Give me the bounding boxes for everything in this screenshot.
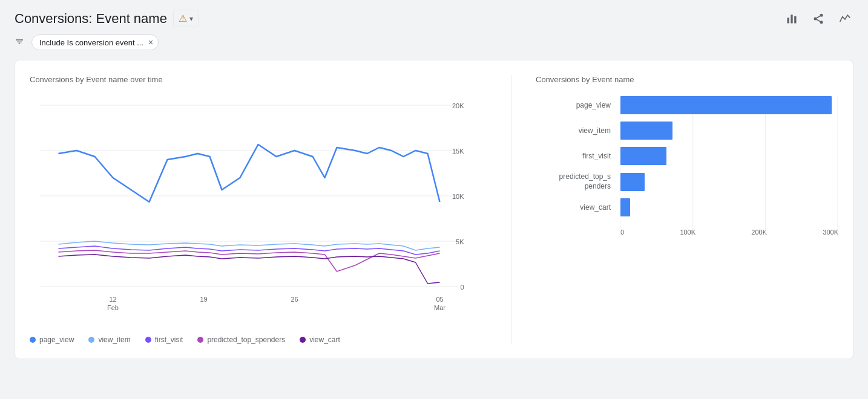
legend-item-view-cart: view_cart [300, 336, 340, 344]
main-card: Conversions by Event name over time 20K … [15, 60, 853, 359]
chart-view-button[interactable] [783, 10, 800, 27]
bar-x-label-200k: 200K [751, 229, 767, 236]
bar-label-view-cart: view_cart [536, 203, 620, 212]
svg-text:15K: 15K [452, 148, 464, 155]
line-chart-svg: 20K 15K 10K 5K 0 [30, 96, 487, 326]
bar-fill-page-view [620, 96, 832, 114]
bar-fill-predicted [620, 173, 645, 191]
bar-x-label-0: 0 [620, 229, 624, 236]
bar-track-view-item [620, 122, 838, 140]
right-chart: Conversions by Event name page_view [511, 75, 838, 344]
svg-line-7 [817, 16, 820, 18]
legend-item-page-view: page_view [30, 336, 74, 344]
svg-text:Mar: Mar [434, 304, 446, 311]
bar-track-first-visit [620, 147, 838, 165]
sparkline-button[interactable] [837, 10, 853, 27]
close-icon[interactable]: × [148, 37, 153, 47]
bar-row-view-item: view_item [536, 122, 838, 140]
svg-point-4 [814, 17, 817, 20]
bar-row-first-visit: first_visit [536, 147, 838, 165]
svg-rect-1 [791, 15, 792, 23]
svg-text:26: 26 [291, 296, 298, 303]
legend-item-first-visit: first_visit [145, 336, 183, 344]
legend-item-view-item: view_item [88, 336, 130, 344]
bar-label-page-view: page_view [536, 101, 620, 109]
svg-line-6 [817, 19, 820, 21]
svg-text:5K: 5K [456, 238, 464, 245]
legend-dot-page-view [30, 337, 36, 343]
legend-label-first-visit: first_visit [155, 336, 183, 344]
legend-label-page-view: page_view [39, 336, 74, 344]
svg-text:Feb: Feb [107, 304, 119, 311]
left-chart-title: Conversions by Event name over time [30, 75, 487, 84]
svg-rect-2 [794, 16, 796, 23]
bar-label-view-item: view_item [536, 126, 620, 135]
bar-fill-first-visit [620, 147, 666, 165]
legend-dot-first-visit [145, 337, 151, 343]
legend-label-view-cart: view_cart [309, 336, 340, 344]
svg-text:12: 12 [109, 296, 116, 303]
svg-rect-0 [787, 18, 789, 23]
svg-text:19: 19 [200, 296, 207, 303]
chevron-down-icon: ▾ [189, 15, 193, 23]
filter-icon [15, 36, 24, 48]
svg-point-3 [820, 13, 823, 16]
left-chart: Conversions by Event name over time 20K … [30, 75, 511, 344]
svg-text:10K: 10K [452, 193, 464, 200]
bar-label-first-visit: first_visit [536, 152, 620, 160]
line-chart-area: 20K 15K 10K 5K 0 [30, 96, 487, 326]
filter-bar: Include Is conversion event ... × [15, 34, 853, 50]
legend: page_view view_item first_visit predicte… [30, 336, 487, 344]
page-container: Conversions: Event name ⚠ ▾ Include Is c… [0, 0, 868, 399]
bar-chart-wrapper: page_view view_item firs [536, 96, 838, 236]
svg-text:20K: 20K [452, 102, 464, 109]
bar-x-axis: 0 100K 200K 300K [536, 229, 838, 236]
header: Conversions: Event name ⚠ ▾ [15, 10, 853, 27]
filter-chip[interactable]: Include Is conversion event ... × [31, 34, 159, 50]
legend-label-predicted: predicted_top_spenders [207, 336, 285, 344]
warning-icon: ⚠ [179, 13, 187, 24]
share-button[interactable] [810, 10, 827, 27]
legend-item-predicted: predicted_top_spenders [197, 336, 285, 344]
bar-fill-view-cart [620, 198, 630, 216]
right-chart-title: Conversions by Event name [536, 75, 838, 84]
page-title: Conversions: Event name [15, 11, 167, 27]
bar-track-page-view [620, 96, 838, 114]
bar-track-predicted [620, 173, 838, 191]
legend-label-view-item: view_item [98, 336, 130, 344]
legend-dot-view-cart [300, 337, 306, 343]
bar-chart-container: page_view view_item firs [536, 96, 838, 224]
bar-fill-view-item [620, 122, 672, 140]
bar-label-predicted: predicted_top_spenders [536, 172, 620, 191]
bar-row-view-cart: view_cart [536, 198, 838, 216]
bar-row-page-view: page_view [536, 96, 838, 114]
legend-dot-predicted [197, 337, 203, 343]
filter-chip-label: Include Is conversion event ... [39, 38, 143, 47]
bar-row-predicted: predicted_top_spenders [536, 172, 838, 191]
bar-track-view-cart [620, 198, 838, 216]
bar-x-label-300k: 300K [823, 229, 838, 236]
header-left: Conversions: Event name ⚠ ▾ [15, 10, 199, 27]
legend-dot-view-item [88, 337, 94, 343]
charts-row: Conversions by Event name over time 20K … [30, 75, 838, 344]
svg-text:05: 05 [436, 296, 443, 303]
warning-badge[interactable]: ⚠ ▾ [173, 10, 199, 27]
header-actions [783, 10, 853, 27]
bar-x-label-100k: 100K [680, 229, 695, 236]
svg-point-5 [820, 21, 823, 24]
svg-text:0: 0 [460, 284, 464, 291]
